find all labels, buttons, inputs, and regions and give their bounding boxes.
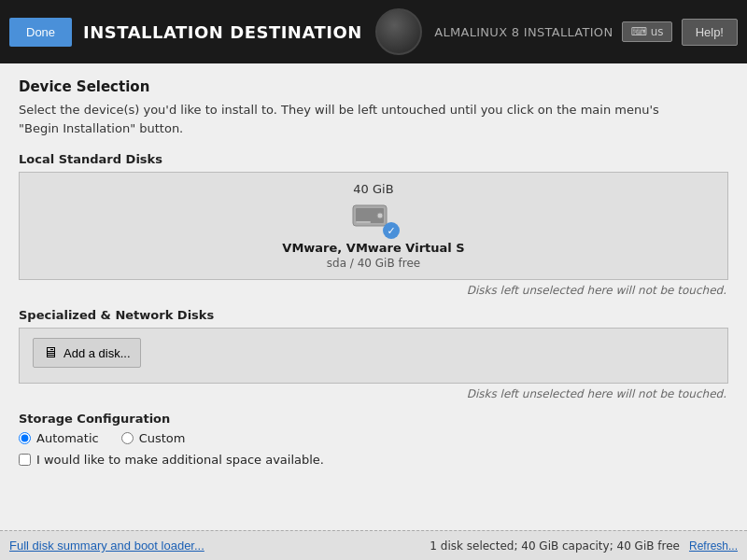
full-disk-summary-link[interactable]: Full disk summary and boot loader... bbox=[9, 539, 204, 553]
extra-space-checkbox[interactable] bbox=[19, 454, 31, 466]
disk-selected-check: ✓ bbox=[383, 222, 400, 239]
keyboard-layout-indicator[interactable]: ⌨ us bbox=[622, 21, 671, 42]
local-disks-box: 40 GiB ✓ VMware, VMware Virtual S sda / … bbox=[19, 172, 728, 280]
keyboard-icon: ⌨ bbox=[630, 25, 646, 38]
disk-name: VMware, VMware Virtual S bbox=[282, 241, 464, 255]
storage-config-section: Storage Configuration Automatic Custom I… bbox=[19, 412, 728, 467]
disk-icon-wrapper: ✓ bbox=[351, 202, 396, 235]
storage-config-label: Storage Configuration bbox=[19, 412, 728, 426]
disk-icon bbox=[351, 202, 388, 230]
footer: Full disk summary and boot loader... 1 d… bbox=[0, 530, 747, 560]
local-disks-hint: Disks left unselected here will not be t… bbox=[19, 284, 728, 297]
custom-label: Custom bbox=[139, 431, 186, 445]
disk-status-text: 1 disk selected; 40 GiB capacity; 40 GiB… bbox=[430, 539, 680, 553]
disk-item[interactable]: 40 GiB ✓ VMware, VMware Virtual S sda / … bbox=[282, 182, 464, 270]
header: Done INSTALLATION DESTINATION ALMALINUX … bbox=[0, 0, 747, 63]
main-content: Device Selection Select the device(s) yo… bbox=[0, 63, 747, 560]
extra-space-checkbox-label[interactable]: I would like to make additional space av… bbox=[19, 453, 728, 467]
svg-point-2 bbox=[377, 213, 383, 218]
disk-path-info: sda / 40 GiB free bbox=[327, 257, 420, 270]
page-title: INSTALLATION DESTINATION bbox=[83, 22, 362, 42]
local-disks-label: Local Standard Disks bbox=[19, 152, 728, 166]
footer-status: 1 disk selected; 40 GiB capacity; 40 GiB… bbox=[430, 539, 738, 553]
custom-radio-label[interactable]: Custom bbox=[121, 431, 186, 445]
add-disk-button[interactable]: 🖥 Add a disk... bbox=[33, 338, 141, 368]
add-disk-label: Add a disk... bbox=[63, 346, 131, 360]
device-selection-title: Device Selection bbox=[19, 78, 728, 95]
specialized-disks-hint: Disks left unselected here will not be t… bbox=[19, 387, 728, 400]
done-button[interactable]: Done bbox=[9, 18, 72, 47]
disk-size: 40 GiB bbox=[353, 182, 393, 196]
product-title: ALMALINUX 8 INSTALLATION bbox=[434, 25, 613, 39]
device-selection-desc: Select the device(s) you'd like to insta… bbox=[19, 101, 728, 137]
help-button[interactable]: Help! bbox=[682, 19, 738, 46]
svg-rect-3 bbox=[356, 221, 371, 223]
network-disk-icon: 🖥 bbox=[43, 344, 58, 361]
keyboard-layout-label: us bbox=[651, 25, 664, 38]
header-left: Done INSTALLATION DESTINATION bbox=[9, 18, 362, 47]
storage-config-radio-group: Automatic Custom bbox=[19, 431, 728, 445]
desc-line2: "Begin Installation" button. bbox=[19, 121, 183, 135]
specialized-disks-box: 🖥 Add a disk... bbox=[19, 328, 728, 384]
desc-line1: Select the device(s) you'd like to insta… bbox=[19, 103, 659, 117]
header-logo bbox=[375, 8, 422, 55]
extra-space-label: I would like to make additional space av… bbox=[36, 453, 324, 467]
automatic-radio-label[interactable]: Automatic bbox=[19, 431, 99, 445]
custom-radio[interactable] bbox=[121, 432, 134, 444]
refresh-button[interactable]: Refresh... bbox=[689, 539, 738, 553]
automatic-label: Automatic bbox=[36, 431, 99, 445]
automatic-radio[interactable] bbox=[19, 432, 31, 444]
specialized-disks-label: Specialized & Network Disks bbox=[19, 308, 728, 322]
header-right: ALMALINUX 8 INSTALLATION ⌨ us Help! bbox=[434, 19, 738, 46]
